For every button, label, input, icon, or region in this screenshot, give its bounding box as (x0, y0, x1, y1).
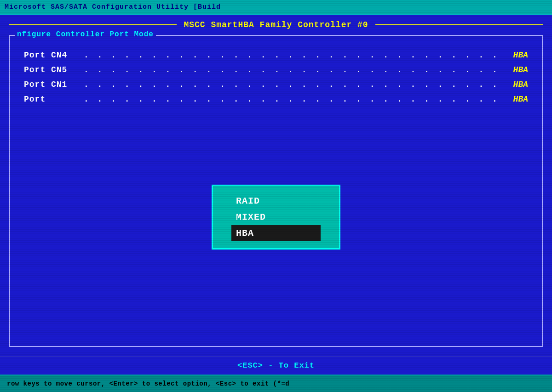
controller-title: MSCC SmartHBA Family Controller #0 (177, 20, 375, 29)
port-cn1-value: HBA (500, 80, 528, 89)
dropdown-item-mixed[interactable]: MIXED (231, 209, 321, 225)
configure-section: nfigure Controller Port Mode Port CN4 . … (9, 35, 543, 347)
esc-bar: <ESC> - To Exit (0, 356, 552, 375)
top-bar-text: Microsoft SAS/SATA Configuration Utility… (5, 3, 221, 11)
port-row-cn5: Port CN5 . . . . . . . . . . . . . . . .… (24, 65, 528, 74)
port-row-cn4: Port CN4 . . . . . . . . . . . . . . . .… (24, 51, 528, 60)
port-cn4-dots: . . . . . . . . . . . . . . . . . . . . … (84, 51, 500, 60)
port-row-generic: Port . . . . . . . . . . . . . . . . . .… (24, 95, 528, 104)
dropdown-box: RAID MIXED HBA (212, 184, 340, 249)
port-generic-value: HBA (500, 95, 528, 104)
dropdown-container: RAID MIXED HBA (212, 184, 340, 249)
main-content: MSCC SmartHBA Family Controller #0 nfigu… (0, 15, 552, 375)
help-text: row keys to move cursor, <Enter> to sele… (7, 380, 289, 387)
dropdown-item-raid[interactable]: RAID (231, 193, 321, 209)
top-bar: Microsoft SAS/SATA Configuration Utility… (0, 0, 552, 15)
port-generic-name: Port (24, 95, 84, 104)
dropdown-item-hba[interactable]: HBA (231, 225, 321, 241)
port-cn1-name: Port CN1 (24, 80, 84, 89)
port-cn4-name: Port CN4 (24, 51, 84, 60)
help-bar: row keys to move cursor, <Enter> to sele… (0, 375, 552, 392)
esc-text[interactable]: <ESC> - To Exit (237, 361, 315, 370)
port-generic-dots: . . . . . . . . . . . . . . . . . . . . … (84, 95, 500, 104)
port-cn5-dots: . . . . . . . . . . . . . . . . . . . . … (84, 65, 500, 74)
port-row-cn1: Port CN1 . . . . . . . . . . . . . . . .… (24, 80, 528, 89)
configure-label: nfigure Controller Port Mode (15, 30, 156, 39)
port-cn5-value: HBA (500, 65, 528, 74)
port-cn4-value: HBA (500, 51, 528, 60)
screen: Microsoft SAS/SATA Configuration Utility… (0, 0, 552, 392)
port-cn1-dots: . . . . . . . . . . . . . . . . . . . . … (84, 80, 500, 89)
port-cn5-name: Port CN5 (24, 65, 84, 74)
